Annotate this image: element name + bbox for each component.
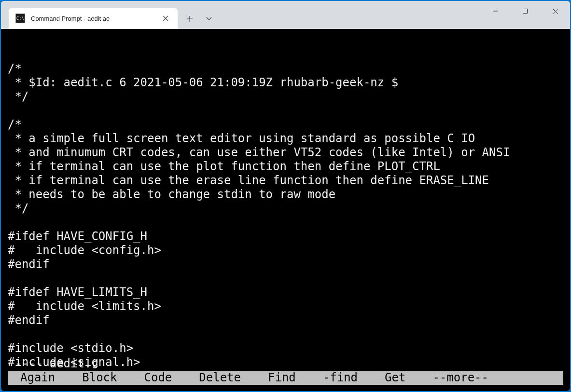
- close-window-button[interactable]: [540, 1, 570, 21]
- menu-findprev[interactable]: -find: [309, 371, 371, 385]
- terminal-view[interactable]: /* * $Id: aedit.c 6 2021-05-06 21:09:19Z…: [1, 29, 570, 391]
- close-icon: [552, 8, 558, 14]
- menu-code[interactable]: Code: [131, 371, 186, 385]
- terminal-line: */: [8, 202, 569, 216]
- terminal-line: * a simple full screen text editor using…: [8, 132, 569, 146]
- menu-block[interactable]: Block: [69, 371, 130, 385]
- plus-icon: [186, 15, 193, 22]
- terminal-line: # include <config.h>: [8, 243, 569, 257]
- new-tab-button[interactable]: [181, 10, 199, 28]
- terminal-line: #endif: [8, 313, 569, 327]
- terminal-line: #ifdef HAVE_CONFIG_H: [8, 230, 569, 243]
- status-line: ---- aedit.c: [8, 357, 563, 371]
- minimize-icon: [492, 8, 498, 14]
- tab-active[interactable]: C:\ Command Prompt - aedit ae: [9, 8, 178, 29]
- titlebar: C:\ Command Prompt - aedit ae: [1, 1, 570, 29]
- menu-delete[interactable]: Delete: [185, 371, 254, 385]
- terminal-line: [8, 216, 569, 230]
- close-icon: [163, 15, 168, 21]
- terminal-line: /*: [8, 62, 569, 76]
- cmd-icon: C:\: [15, 14, 25, 23]
- terminal-line: [8, 271, 569, 285]
- tab-close-button[interactable]: [160, 13, 171, 24]
- svg-rect-5: [523, 9, 528, 14]
- menu-again[interactable]: Again: [8, 371, 69, 385]
- window: C:\ Command Prompt - aedit ae /* * $Id: …: [1, 1, 570, 391]
- maximize-button[interactable]: [510, 1, 540, 21]
- terminal-line: * if terminal can use the erase line fun…: [8, 174, 569, 188]
- menu-more[interactable]: --more--: [419, 371, 502, 385]
- terminal-line: # include <limits.h>: [8, 299, 569, 313]
- terminal-line: */: [8, 90, 569, 104]
- editor-menu-bar: Again Block Code Delete Find -find Get -…: [8, 371, 563, 385]
- terminal-line: #include <stdio.h>: [8, 341, 569, 355]
- terminal-line: * and minumum CRT codes, can use either …: [8, 146, 569, 160]
- terminal-line: * $Id: aedit.c 6 2021-05-06 21:09:19Z rh…: [8, 76, 569, 90]
- terminal-line: [8, 104, 569, 118]
- terminal-line: #ifdef HAVE_LIMITS_H: [8, 285, 569, 299]
- terminal-line: * needs to be able to change stdin to ra…: [8, 188, 569, 202]
- menu-get[interactable]: Get: [371, 371, 419, 385]
- minimize-button[interactable]: [480, 1, 510, 21]
- terminal-line: * if terminal can use the plot function …: [8, 160, 569, 174]
- terminal-line: [8, 327, 569, 341]
- tab-dropdown-button[interactable]: [200, 10, 218, 28]
- maximize-icon: [522, 8, 528, 14]
- menu-find[interactable]: Find: [254, 371, 309, 385]
- chevron-down-icon: [206, 17, 212, 21]
- terminal-content: /* * $Id: aedit.c 6 2021-05-06 21:09:19Z…: [8, 62, 569, 383]
- tab-title: Command Prompt - aedit ae: [31, 15, 154, 22]
- terminal-line: /*: [8, 118, 569, 132]
- window-controls: [480, 1, 570, 21]
- terminal-line: #endif: [8, 257, 569, 271]
